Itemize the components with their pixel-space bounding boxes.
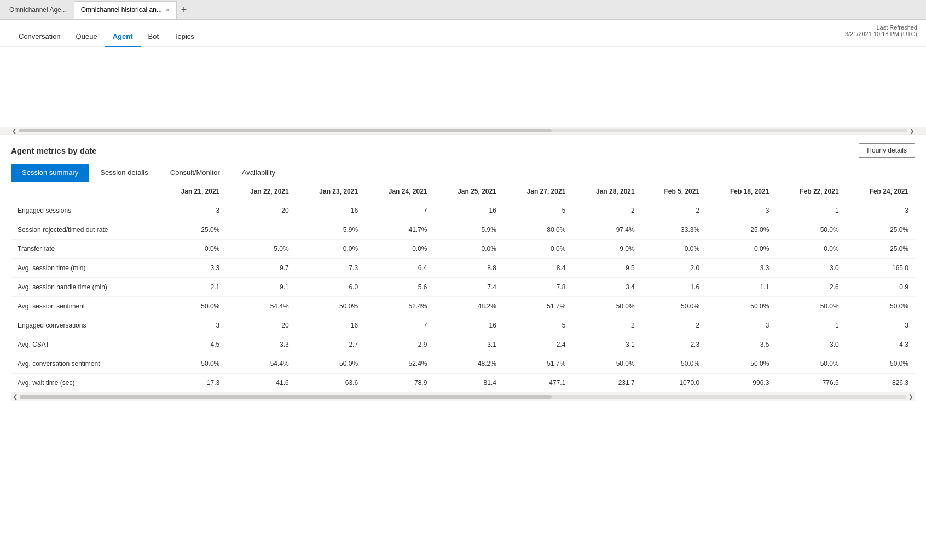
cell-7-0: 4.5 <box>157 335 226 354</box>
cell-9-5: 477.1 <box>503 374 572 393</box>
col-header-Jan-23--2021: Jan 23, 2021 <box>296 182 364 201</box>
cell-0-0: 3 <box>157 201 226 220</box>
tab-consult-monitor[interactable]: Consult/Monitor <box>159 164 231 182</box>
cell-9-9: 776.5 <box>775 374 845 393</box>
nav-agent[interactable]: Agent <box>105 26 141 47</box>
cell-3-1: 9.7 <box>226 259 295 278</box>
tab-session-details[interactable]: Session details <box>89 164 159 182</box>
browser-tab-1[interactable]: Omnichannel Age... <box>2 1 74 19</box>
col-header-Jan-25--2021: Jan 25, 2021 <box>434 182 503 201</box>
cell-2-9: 0.0% <box>775 240 845 259</box>
col-header-Jan-28--2021: Jan 28, 2021 <box>572 182 641 201</box>
cell-6-7: 2 <box>641 316 706 335</box>
table-row: Avg. session sentiment50.0%54.4%50.0%52.… <box>11 297 915 316</box>
cell-4-10: 0.9 <box>846 278 915 297</box>
cell-4-9: 2.6 <box>775 278 845 297</box>
nav-queue[interactable]: Queue <box>68 26 105 47</box>
hourly-details-button[interactable]: Hourly details <box>859 143 915 158</box>
cell-9-4: 81.4 <box>434 374 503 393</box>
row-label-7: Avg. CSAT <box>11 335 157 354</box>
nav-topics[interactable]: Topics <box>166 26 202 47</box>
row-label-2: Transfer rate <box>11 240 157 259</box>
table-scrollbar-track <box>20 395 906 399</box>
row-label-9: Avg. wait time (sec) <box>11 374 157 393</box>
cell-4-6: 3.4 <box>572 278 641 297</box>
cell-0-2: 16 <box>296 201 364 220</box>
cell-5-5: 51.7% <box>503 297 572 316</box>
bottom-scrollbar[interactable]: ❮ ❯ <box>11 393 915 401</box>
cell-2-3: 0.0% <box>364 240 433 259</box>
row-label-0: Engaged sessions <box>11 201 157 220</box>
row-label-3: Avg. session time (min) <box>11 259 157 278</box>
scroll-left-arrow[interactable]: ❮ <box>10 128 19 134</box>
cell-0-5: 5 <box>503 201 572 220</box>
cell-4-3: 5.6 <box>364 278 433 297</box>
cell-2-1: 5.0% <box>226 240 295 259</box>
cell-1-7: 33.3% <box>641 220 706 240</box>
cell-5-7: 50.0% <box>641 297 706 316</box>
cell-3-5: 8.4 <box>503 259 572 278</box>
browser-tab-2[interactable]: Omnichannel historical an... ✕ <box>74 1 177 19</box>
cell-1-6: 97.4% <box>572 220 641 240</box>
cell-4-7: 1.6 <box>641 278 706 297</box>
cell-7-10: 4.3 <box>846 335 915 354</box>
table-container: Jan 21, 2021Jan 22, 2021Jan 23, 2021Jan … <box>11 182 915 401</box>
col-header-Feb-5--2021: Feb 5, 2021 <box>641 182 706 201</box>
nav-conversation[interactable]: Conversation <box>11 26 68 47</box>
cell-2-2: 0.0% <box>296 240 364 259</box>
cell-4-4: 7.4 <box>434 278 503 297</box>
cell-0-10: 3 <box>846 201 915 220</box>
cell-6-4: 16 <box>434 316 503 335</box>
cell-6-10: 3 <box>846 316 915 335</box>
scroll-right-arrow[interactable]: ❯ <box>907 128 916 134</box>
cell-7-1: 3.3 <box>226 335 295 354</box>
cell-5-6: 50.0% <box>572 297 641 316</box>
cell-1-10: 25.0% <box>846 220 915 240</box>
cell-1-1 <box>226 220 295 240</box>
cell-4-1: 9.1 <box>226 278 295 297</box>
cell-7-6: 3.1 <box>572 335 641 354</box>
cell-3-3: 6.4 <box>364 259 433 278</box>
table-row: Transfer rate0.0%5.0%0.0%0.0%0.0%0.0%9.0… <box>11 240 915 259</box>
cell-8-2: 50.0% <box>296 354 364 374</box>
cell-3-2: 7.3 <box>296 259 364 278</box>
cell-5-3: 52.4% <box>364 297 433 316</box>
close-icon[interactable]: ✕ <box>165 7 170 13</box>
table-row: Avg. session handle time (min)2.19.16.05… <box>11 278 915 297</box>
table-row: Session rejected/timed out rate25.0%5.9%… <box>11 220 915 240</box>
cell-0-4: 16 <box>434 201 503 220</box>
cell-3-4: 8.8 <box>434 259 503 278</box>
nav-bot[interactable]: Bot <box>141 26 167 47</box>
chart-scrollbar-h[interactable]: ❮ ❯ <box>0 127 926 134</box>
cell-7-4: 3.1 <box>434 335 503 354</box>
cell-3-0: 3.3 <box>157 259 226 278</box>
cell-2-8: 0.0% <box>706 240 775 259</box>
cell-1-2: 5.9% <box>296 220 364 240</box>
cell-6-0: 3 <box>157 316 226 335</box>
table-row: Avg. CSAT4.53.32.72.93.12.43.12.33.53.04… <box>11 335 915 354</box>
table-scroll-right[interactable]: ❯ <box>906 394 915 400</box>
last-refreshed-value: 3/21/2021 10:18 PM (UTC) <box>845 31 917 37</box>
tab-session-summary[interactable]: Session summary <box>11 164 89 182</box>
col-header-Feb-22--2021: Feb 22, 2021 <box>775 182 845 201</box>
table-scroll-left[interactable]: ❮ <box>11 394 20 400</box>
cell-8-3: 52.4% <box>364 354 433 374</box>
col-header-Jan-21--2021: Jan 21, 2021 <box>157 182 226 201</box>
new-tab-button[interactable]: + <box>177 1 192 19</box>
cell-1-3: 41.7% <box>364 220 433 240</box>
table-wrapper[interactable]: Jan 21, 2021Jan 22, 2021Jan 23, 2021Jan … <box>11 182 915 401</box>
cell-9-6: 231.7 <box>572 374 641 393</box>
cell-9-8: 996.3 <box>706 374 775 393</box>
cell-2-7: 0.0% <box>641 240 706 259</box>
cell-5-4: 48.2% <box>434 297 503 316</box>
cell-0-7: 2 <box>641 201 706 220</box>
row-label-6: Engaged conversations <box>11 316 157 335</box>
tab-availability[interactable]: Availability <box>231 164 286 182</box>
cell-9-1: 41.6 <box>226 374 295 393</box>
cell-1-0: 25.0% <box>157 220 226 240</box>
section-header: Agent metrics by date Hourly details <box>11 143 915 158</box>
cell-8-9: 50.0% <box>775 354 845 374</box>
table-body: Engaged sessions32016716522313Session re… <box>11 201 915 393</box>
cell-7-8: 3.5 <box>706 335 775 354</box>
scrollbar-thumb <box>19 129 552 132</box>
